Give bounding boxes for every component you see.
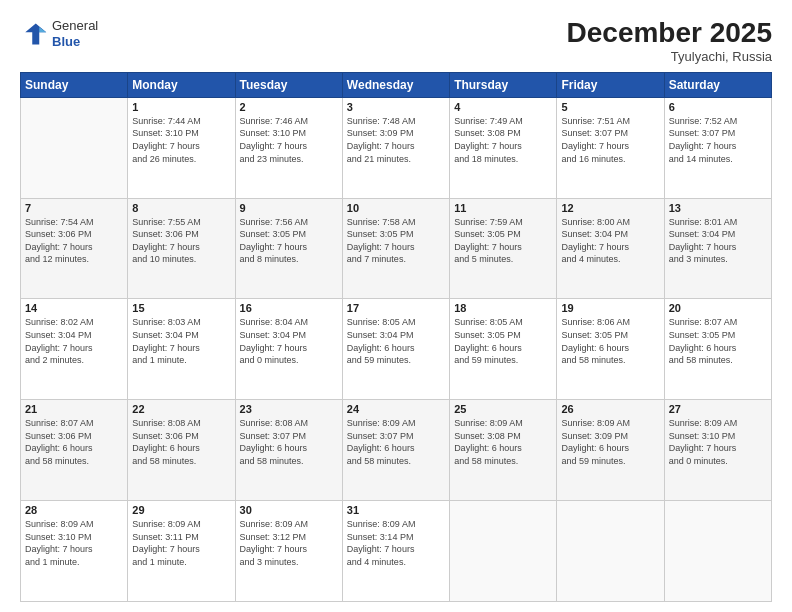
day-info: Sunrise: 8:02 AM Sunset: 3:04 PM Dayligh… [25,316,123,366]
page: General Blue December 2025 Tyulyachi, Ru… [0,0,792,612]
col-friday: Friday [557,72,664,97]
calendar-week-row: 1Sunrise: 7:44 AM Sunset: 3:10 PM Daylig… [21,97,772,198]
location: Tyulyachi, Russia [567,49,772,64]
table-row: 23Sunrise: 8:08 AM Sunset: 3:07 PM Dayli… [235,400,342,501]
logo-text: General Blue [52,18,98,49]
day-number: 18 [454,302,552,314]
day-number: 25 [454,403,552,415]
day-number: 26 [561,403,659,415]
col-monday: Monday [128,72,235,97]
logo-icon [20,20,48,48]
day-number: 3 [347,101,445,113]
day-info: Sunrise: 8:09 AM Sunset: 3:11 PM Dayligh… [132,518,230,568]
day-info: Sunrise: 8:09 AM Sunset: 3:07 PM Dayligh… [347,417,445,467]
day-info: Sunrise: 8:00 AM Sunset: 3:04 PM Dayligh… [561,216,659,266]
day-info: Sunrise: 7:59 AM Sunset: 3:05 PM Dayligh… [454,216,552,266]
day-info: Sunrise: 7:54 AM Sunset: 3:06 PM Dayligh… [25,216,123,266]
day-info: Sunrise: 8:09 AM Sunset: 3:14 PM Dayligh… [347,518,445,568]
day-number: 2 [240,101,338,113]
table-row: 7Sunrise: 7:54 AM Sunset: 3:06 PM Daylig… [21,198,128,299]
calendar-table: Sunday Monday Tuesday Wednesday Thursday… [20,72,772,602]
day-number: 9 [240,202,338,214]
day-info: Sunrise: 7:52 AM Sunset: 3:07 PM Dayligh… [669,115,767,165]
table-row [557,501,664,602]
day-info: Sunrise: 8:05 AM Sunset: 3:04 PM Dayligh… [347,316,445,366]
table-row: 18Sunrise: 8:05 AM Sunset: 3:05 PM Dayli… [450,299,557,400]
day-number: 22 [132,403,230,415]
logo-blue: Blue [52,34,98,50]
day-info: Sunrise: 8:07 AM Sunset: 3:06 PM Dayligh… [25,417,123,467]
day-info: Sunrise: 8:09 AM Sunset: 3:08 PM Dayligh… [454,417,552,467]
day-info: Sunrise: 8:09 AM Sunset: 3:10 PM Dayligh… [25,518,123,568]
day-info: Sunrise: 7:51 AM Sunset: 3:07 PM Dayligh… [561,115,659,165]
table-row [450,501,557,602]
day-number: 6 [669,101,767,113]
day-number: 10 [347,202,445,214]
day-info: Sunrise: 8:09 AM Sunset: 3:10 PM Dayligh… [669,417,767,467]
day-number: 21 [25,403,123,415]
day-number: 13 [669,202,767,214]
table-row: 24Sunrise: 8:09 AM Sunset: 3:07 PM Dayli… [342,400,449,501]
day-info: Sunrise: 8:01 AM Sunset: 3:04 PM Dayligh… [669,216,767,266]
header: General Blue December 2025 Tyulyachi, Ru… [20,18,772,64]
day-info: Sunrise: 8:09 AM Sunset: 3:12 PM Dayligh… [240,518,338,568]
col-wednesday: Wednesday [342,72,449,97]
table-row: 16Sunrise: 8:04 AM Sunset: 3:04 PM Dayli… [235,299,342,400]
table-row: 8Sunrise: 7:55 AM Sunset: 3:06 PM Daylig… [128,198,235,299]
table-row: 25Sunrise: 8:09 AM Sunset: 3:08 PM Dayli… [450,400,557,501]
table-row: 31Sunrise: 8:09 AM Sunset: 3:14 PM Dayli… [342,501,449,602]
table-row: 29Sunrise: 8:09 AM Sunset: 3:11 PM Dayli… [128,501,235,602]
day-info: Sunrise: 7:46 AM Sunset: 3:10 PM Dayligh… [240,115,338,165]
day-info: Sunrise: 7:44 AM Sunset: 3:10 PM Dayligh… [132,115,230,165]
svg-marker-0 [25,23,46,44]
table-row: 2Sunrise: 7:46 AM Sunset: 3:10 PM Daylig… [235,97,342,198]
calendar-week-row: 7Sunrise: 7:54 AM Sunset: 3:06 PM Daylig… [21,198,772,299]
logo: General Blue [20,18,98,49]
table-row: 6Sunrise: 7:52 AM Sunset: 3:07 PM Daylig… [664,97,771,198]
table-row: 12Sunrise: 8:00 AM Sunset: 3:04 PM Dayli… [557,198,664,299]
day-info: Sunrise: 7:55 AM Sunset: 3:06 PM Dayligh… [132,216,230,266]
calendar-week-row: 21Sunrise: 8:07 AM Sunset: 3:06 PM Dayli… [21,400,772,501]
day-number: 12 [561,202,659,214]
day-info: Sunrise: 8:03 AM Sunset: 3:04 PM Dayligh… [132,316,230,366]
table-row: 15Sunrise: 8:03 AM Sunset: 3:04 PM Dayli… [128,299,235,400]
month-year: December 2025 [567,18,772,49]
col-tuesday: Tuesday [235,72,342,97]
col-sunday: Sunday [21,72,128,97]
day-info: Sunrise: 8:08 AM Sunset: 3:07 PM Dayligh… [240,417,338,467]
day-info: Sunrise: 8:05 AM Sunset: 3:05 PM Dayligh… [454,316,552,366]
table-row: 10Sunrise: 7:58 AM Sunset: 3:05 PM Dayli… [342,198,449,299]
table-row: 20Sunrise: 8:07 AM Sunset: 3:05 PM Dayli… [664,299,771,400]
table-row: 30Sunrise: 8:09 AM Sunset: 3:12 PM Dayli… [235,501,342,602]
day-number: 16 [240,302,338,314]
day-number: 24 [347,403,445,415]
day-info: Sunrise: 8:08 AM Sunset: 3:06 PM Dayligh… [132,417,230,467]
table-row: 11Sunrise: 7:59 AM Sunset: 3:05 PM Dayli… [450,198,557,299]
day-info: Sunrise: 8:04 AM Sunset: 3:04 PM Dayligh… [240,316,338,366]
table-row: 17Sunrise: 8:05 AM Sunset: 3:04 PM Dayli… [342,299,449,400]
day-number: 23 [240,403,338,415]
table-row: 3Sunrise: 7:48 AM Sunset: 3:09 PM Daylig… [342,97,449,198]
title-block: December 2025 Tyulyachi, Russia [567,18,772,64]
col-saturday: Saturday [664,72,771,97]
day-number: 30 [240,504,338,516]
day-info: Sunrise: 7:48 AM Sunset: 3:09 PM Dayligh… [347,115,445,165]
calendar-week-row: 14Sunrise: 8:02 AM Sunset: 3:04 PM Dayli… [21,299,772,400]
table-row: 9Sunrise: 7:56 AM Sunset: 3:05 PM Daylig… [235,198,342,299]
day-number: 11 [454,202,552,214]
table-row: 13Sunrise: 8:01 AM Sunset: 3:04 PM Dayli… [664,198,771,299]
day-number: 28 [25,504,123,516]
calendar-week-row: 28Sunrise: 8:09 AM Sunset: 3:10 PM Dayli… [21,501,772,602]
day-number: 29 [132,504,230,516]
day-info: Sunrise: 8:09 AM Sunset: 3:09 PM Dayligh… [561,417,659,467]
table-row: 27Sunrise: 8:09 AM Sunset: 3:10 PM Dayli… [664,400,771,501]
table-row: 5Sunrise: 7:51 AM Sunset: 3:07 PM Daylig… [557,97,664,198]
table-row: 26Sunrise: 8:09 AM Sunset: 3:09 PM Dayli… [557,400,664,501]
day-number: 27 [669,403,767,415]
day-number: 17 [347,302,445,314]
day-number: 20 [669,302,767,314]
table-row: 19Sunrise: 8:06 AM Sunset: 3:05 PM Dayli… [557,299,664,400]
day-info: Sunrise: 7:49 AM Sunset: 3:08 PM Dayligh… [454,115,552,165]
day-number: 8 [132,202,230,214]
table-row: 28Sunrise: 8:09 AM Sunset: 3:10 PM Dayli… [21,501,128,602]
